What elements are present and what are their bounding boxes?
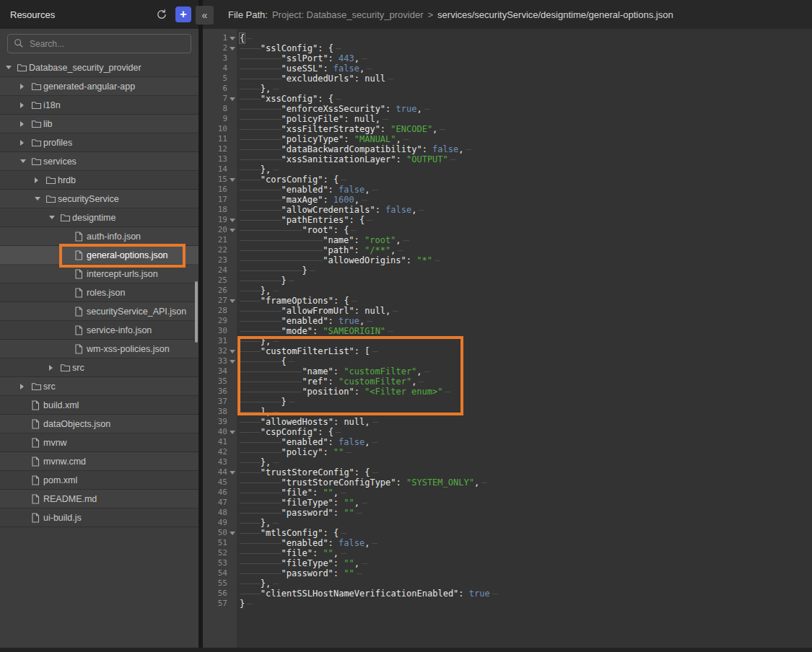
bottom-scroll-track[interactable]: [0, 648, 812, 652]
refresh-button[interactable]: [154, 6, 170, 22]
gutter-cell[interactable]: 11: [203, 134, 237, 144]
code-line[interactable]: 43},: [203, 457, 812, 467]
gutter-cell[interactable]: 52: [203, 548, 237, 558]
code-line[interactable]: 22"path": "/**",: [203, 245, 812, 255]
gutter-cell[interactable]: 4: [203, 63, 237, 74]
caret-right-icon[interactable]: [20, 140, 31, 146]
tree-item-securityservice[interactable]: securityService: [0, 190, 198, 208]
gutter-cell[interactable]: 8: [203, 104, 237, 114]
code-line[interactable]: 54"password": "": [203, 568, 812, 578]
caret-right-icon[interactable]: [20, 121, 31, 127]
gutter-cell[interactable]: 35: [203, 376, 237, 387]
tree-item-profiles[interactable]: profiles: [0, 133, 198, 152]
code-line[interactable]: 10"xssFilterStrategy": "ENCODE",: [203, 124, 812, 134]
tree-item-securityservice-api-json[interactable]: securityService_API.json: [0, 302, 198, 321]
tree-item-ui-build-js[interactable]: ui-build.js: [0, 508, 198, 527]
code-line[interactable]: 25}: [203, 276, 812, 286]
tree-item-wm-xss-policies-json[interactable]: wm-xss-policies.json: [0, 340, 198, 358]
caret-down-icon[interactable]: [49, 216, 60, 219]
code-line[interactable]: 21"name": "root",: [203, 235, 812, 245]
tree-item-generated-angular-app[interactable]: generated-angular-app: [0, 77, 198, 96]
code-line[interactable]: 51"enabled": false,: [203, 538, 812, 548]
caret-right-icon[interactable]: [20, 384, 31, 389]
gutter-cell[interactable]: 3: [203, 53, 237, 63]
gutter-cell[interactable]: 21: [203, 235, 237, 245]
code-line[interactable]: 45"trustStoreConfigType": "SYSTEM_ONLY",: [203, 477, 812, 488]
tree-item-build-xml[interactable]: build.xml: [0, 396, 198, 415]
gutter-cell[interactable]: 17: [203, 195, 237, 205]
fold-caret-icon[interactable]: [227, 178, 237, 182]
fold-caret-icon[interactable]: [227, 471, 237, 475]
gutter-cell[interactable]: 55: [203, 578, 237, 589]
code-line[interactable]: 27"frameOptions": {: [203, 296, 812, 306]
gutter-cell[interactable]: 15: [203, 175, 237, 185]
fold-caret-icon[interactable]: [227, 219, 237, 222]
gutter-cell[interactable]: 56: [203, 589, 237, 599]
caret-down-icon[interactable]: [20, 159, 31, 163]
gutter-cell[interactable]: 49: [203, 518, 237, 528]
code-line[interactable]: 56"clientSSLHostNameVerificationEnabled"…: [203, 589, 812, 599]
gutter-cell[interactable]: 27: [203, 296, 237, 306]
caret-right-icon[interactable]: [20, 102, 31, 108]
gutter-cell[interactable]: 14: [203, 164, 237, 175]
fold-caret-icon[interactable]: [227, 350, 237, 353]
gutter-cell[interactable]: 9: [203, 114, 237, 124]
search-input[interactable]: [7, 34, 191, 53]
code-line[interactable]: 3"sslPort": 443,: [203, 53, 812, 63]
gutter-cell[interactable]: 51: [203, 538, 237, 548]
caret-down-icon[interactable]: [6, 66, 17, 69]
gutter-cell[interactable]: 13: [203, 154, 237, 164]
gutter-cell[interactable]: 36: [203, 387, 237, 397]
gutter-cell[interactable]: 30: [203, 326, 237, 336]
gutter-cell[interactable]: 7: [203, 94, 237, 104]
code-line[interactable]: 30"mode": "SAMEORIGIN": [203, 326, 812, 336]
code-line[interactable]: 7"xssConfig": {: [203, 94, 812, 104]
gutter-cell[interactable]: 24: [203, 265, 237, 276]
code-line[interactable]: 16"enabled": false,: [203, 185, 812, 195]
tree-item-pom-xml[interactable]: pom.xml: [0, 471, 198, 490]
tree-item-src[interactable]: src: [0, 358, 198, 377]
code-line[interactable]: 42"policy": "": [203, 447, 812, 457]
fold-caret-icon[interactable]: [227, 299, 237, 303]
gutter-cell[interactable]: 19: [203, 215, 237, 225]
gutter-cell[interactable]: 42: [203, 447, 237, 457]
code-line[interactable]: 23"allowedOrigins": "*": [203, 255, 812, 265]
code-line[interactable]: 2"sslConfig": {: [203, 43, 812, 53]
code-line[interactable]: 5"excludedUrls": null: [203, 74, 812, 84]
fold-caret-icon[interactable]: [227, 229, 237, 232]
gutter-cell[interactable]: 5: [203, 74, 237, 84]
code-line[interactable]: 29"enabled": true,: [203, 316, 812, 326]
code-line[interactable]: 6},: [203, 84, 812, 94]
collapse-panel-button[interactable]: «: [196, 6, 214, 25]
add-resource-button[interactable]: +: [175, 6, 191, 22]
caret-right-icon[interactable]: [35, 177, 45, 183]
code-line[interactable]: 19"pathEntries": {: [203, 215, 812, 225]
gutter-cell[interactable]: 25: [203, 276, 237, 286]
tree-item-dataobjects-json[interactable]: dataObjects.json: [0, 415, 198, 433]
code-line[interactable]: 55},: [203, 578, 812, 589]
code-line[interactable]: 12"dataBackwardCompatibility": false,: [203, 144, 812, 154]
tree-item-database-security-provider[interactable]: Database_security_provider: [0, 58, 198, 77]
gutter-cell[interactable]: 40: [203, 427, 237, 437]
gutter-cell[interactable]: 43: [203, 457, 237, 467]
code-line[interactable]: 57}: [203, 599, 812, 609]
gutter-cell[interactable]: 48: [203, 508, 237, 518]
tree-item-mvnw[interactable]: mvnw: [0, 433, 198, 452]
fold-caret-icon[interactable]: [227, 47, 237, 50]
code-line[interactable]: 8"enforceXssSecurity": true,: [203, 104, 812, 114]
code-line[interactable]: 47"fileType": "",: [203, 498, 812, 508]
code-line[interactable]: 50"mtlsConfig": {: [203, 528, 812, 538]
tree-item-mvnw-cmd[interactable]: mvnw.cmd: [0, 452, 198, 471]
gutter-cell[interactable]: 47: [203, 498, 237, 508]
code-line[interactable]: 9"policyFile": null,: [203, 114, 812, 124]
gutter-cell[interactable]: 28: [203, 306, 237, 316]
gutter-cell[interactable]: 20: [203, 225, 237, 235]
gutter-cell[interactable]: 29: [203, 316, 237, 326]
code-line[interactable]: 14},: [203, 164, 812, 175]
code-line[interactable]: 52"file": "",: [203, 548, 812, 558]
gutter-cell[interactable]: 37: [203, 397, 237, 407]
code-line[interactable]: 1{: [203, 33, 812, 43]
gutter-cell[interactable]: 44: [203, 467, 237, 477]
gutter-cell[interactable]: 31: [203, 336, 237, 346]
tree-item-designtime[interactable]: designtime: [0, 208, 198, 227]
